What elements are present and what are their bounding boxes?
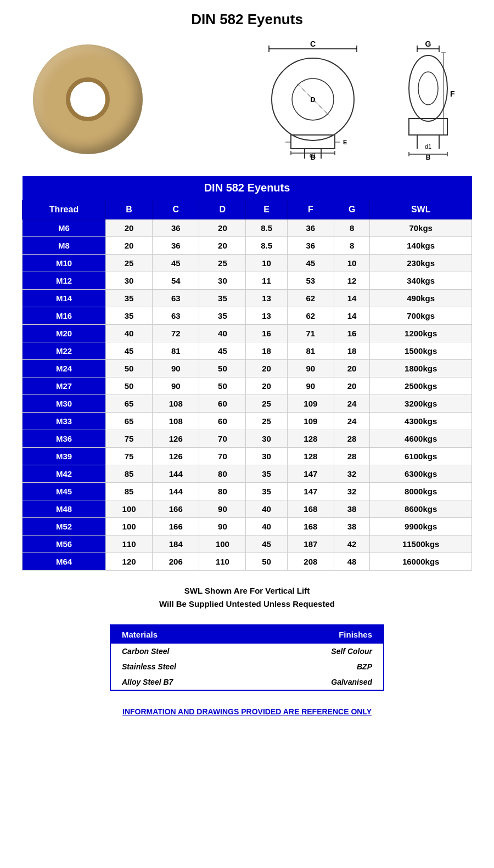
e-cell: 50 <box>246 553 287 571</box>
c-cell: 45 <box>153 255 199 272</box>
b-cell: 120 <box>106 553 153 571</box>
c-cell: 126 <box>153 448 199 465</box>
f-cell: 90 <box>287 360 334 377</box>
d-cell: 35 <box>199 290 246 307</box>
thread-cell: M8 <box>23 237 106 255</box>
materials-header-row: Materials Finishes <box>110 625 384 644</box>
table-row: M12305430115312340kgs <box>23 272 472 290</box>
c-cell: 81 <box>153 342 199 360</box>
g-cell: 14 <box>334 307 369 325</box>
materials-wrapper: Materials Finishes Carbon Steel Self Col… <box>22 624 472 691</box>
swl-cell: 2500kgs <box>370 377 472 395</box>
c-cell: 144 <box>153 465 199 483</box>
table-row: M36751267030128284600kgs <box>23 430 472 448</box>
f-cell: 128 <box>287 448 334 465</box>
e-cell: 8.5 <box>246 237 287 255</box>
d-cell: 60 <box>199 395 246 413</box>
e-cell: 20 <box>246 360 287 377</box>
b-cell: 40 <box>106 325 153 342</box>
b-cell: 25 <box>106 255 153 272</box>
svg-text:C: C <box>310 40 316 48</box>
table-row: M481001669040168388600kgs <box>23 500 472 518</box>
table-row: M14356335136214490kgs <box>23 290 472 307</box>
table-row: M62036208.536870kgs <box>23 219 472 237</box>
f-cell: 45 <box>287 255 334 272</box>
col-header-thread: Thread <box>23 200 106 219</box>
d-cell: 35 <box>199 307 246 325</box>
f-cell: 90 <box>287 377 334 395</box>
col-header-c: C <box>153 200 199 219</box>
thread-cell: M27 <box>23 377 106 395</box>
table-row: M245090502090201800kgs <box>23 360 472 377</box>
side-diagram: G F B d1 <box>384 39 461 160</box>
e-cell: 30 <box>246 448 287 465</box>
footer-note: INFORMATION AND DRAWINGS PROVIDED ARE RE… <box>22 707 472 716</box>
svg-text:F: F <box>450 89 455 98</box>
c-cell: 63 <box>153 307 199 325</box>
f-cell: 81 <box>287 342 334 360</box>
col-header-e: E <box>246 200 287 219</box>
materials-row-3: Alloy Steel B7 Galvanised <box>110 674 384 690</box>
materials-row-2: Stainless Steel BZP <box>110 659 384 674</box>
swl-cell: 1800kgs <box>370 360 472 377</box>
g-cell: 10 <box>334 255 369 272</box>
swl-cell: 230kgs <box>370 255 472 272</box>
swl-cell: 9900kgs <box>370 518 472 536</box>
col-header-d: D <box>199 200 246 219</box>
g-cell: 32 <box>334 483 369 500</box>
g-cell: 42 <box>334 536 369 553</box>
f-cell: 168 <box>287 500 334 518</box>
f-cell: 109 <box>287 413 334 430</box>
mat-stainless-steel: Stainless Steel <box>110 659 260 674</box>
table-row: M30651086025109243200kgs <box>23 395 472 413</box>
c-cell: 108 <box>153 413 199 430</box>
thread-cell: M42 <box>23 465 106 483</box>
f-cell: 62 <box>287 290 334 307</box>
b-cell: 75 <box>106 448 153 465</box>
f-cell: 53 <box>287 272 334 290</box>
d-cell: 50 <box>199 360 246 377</box>
mat-carbon-steel: Carbon Steel <box>110 644 260 659</box>
c-cell: 184 <box>153 536 199 553</box>
b-cell: 65 <box>106 413 153 430</box>
thread-cell: M64 <box>23 553 106 571</box>
thread-cell: M14 <box>23 290 106 307</box>
g-cell: 28 <box>334 430 369 448</box>
c-cell: 36 <box>153 219 199 237</box>
technical-diagrams: C D d1 E B <box>258 39 461 160</box>
g-cell: 20 <box>334 377 369 395</box>
e-cell: 13 <box>246 307 287 325</box>
col-header-swl: SWL <box>370 200 472 219</box>
d-cell: 60 <box>199 413 246 430</box>
table-row: M275090502090202500kgs <box>23 377 472 395</box>
g-cell: 38 <box>334 500 369 518</box>
swl-cell: 490kgs <box>370 290 472 307</box>
finish-galvanised: Galvanised <box>260 674 384 690</box>
thread-cell: M6 <box>23 219 106 237</box>
table-row: M42851448035147326300kgs <box>23 465 472 483</box>
top-section: C D d1 E B <box>22 39 472 160</box>
g-cell: 48 <box>334 553 369 571</box>
swl-cell: 4600kgs <box>370 430 472 448</box>
d-cell: 25 <box>199 255 246 272</box>
e-cell: 11 <box>246 272 287 290</box>
f-cell: 62 <box>287 307 334 325</box>
b-cell: 20 <box>106 237 153 255</box>
materials-row-1: Carbon Steel Self Colour <box>110 644 384 659</box>
thread-cell: M30 <box>23 395 106 413</box>
thread-cell: M22 <box>23 342 106 360</box>
finish-self-colour: Self Colour <box>260 644 384 659</box>
swl-cell: 70kgs <box>370 219 472 237</box>
e-cell: 40 <box>246 518 287 536</box>
swl-cell: 1200kgs <box>370 325 472 342</box>
e-cell: 35 <box>246 465 287 483</box>
thread-cell: M33 <box>23 413 106 430</box>
g-cell: 14 <box>334 290 369 307</box>
g-cell: 16 <box>334 325 369 342</box>
thread-cell: M10 <box>23 255 106 272</box>
swl-cell: 4300kgs <box>370 413 472 430</box>
f-cell: 128 <box>287 430 334 448</box>
b-cell: 100 <box>106 500 153 518</box>
mat-alloy-steel: Alloy Steel B7 <box>110 674 260 690</box>
svg-text:E: E <box>343 139 347 145</box>
